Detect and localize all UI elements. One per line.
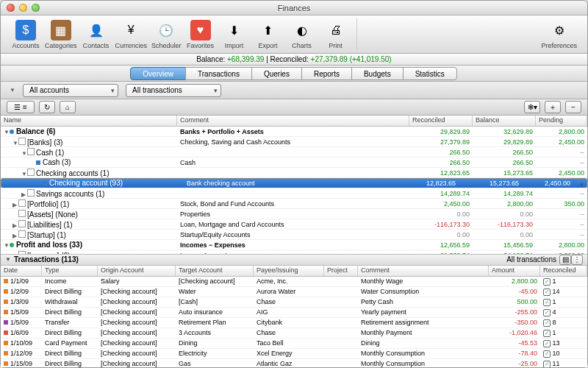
account-row[interactable]: ▼Balance (6)Banks + Portfolio + Assets29…	[1, 127, 587, 137]
tab-queries[interactable]: Queries	[251, 67, 302, 80]
account-comment: Cash	[177, 159, 409, 166]
tcol-date[interactable]: Date	[1, 266, 42, 276]
disclosure-icon[interactable]: ▼	[4, 129, 10, 135]
account-comment: Incomes − Expenses	[177, 241, 409, 249]
view-mode-toggle[interactable]: ☰ ≡	[7, 101, 35, 113]
account-row[interactable]: Cash (3)Cash266.50266.50--	[1, 158, 587, 168]
transaction-filter-select[interactable]: All transactions	[126, 84, 221, 97]
toolbar-print[interactable]: 🖨Print	[320, 18, 352, 51]
disclosure-icon[interactable]: ▼	[21, 171, 27, 177]
reconciled-checkbox[interactable]: ✓	[543, 361, 551, 367]
tcol-reconciled[interactable]: Reconciled	[540, 266, 587, 276]
reconciled-checkbox[interactable]: ✓	[543, 319, 551, 327]
tcol-comment[interactable]: Comment	[358, 266, 489, 276]
reconciled-checkbox[interactable]: ✓	[543, 289, 551, 296]
disclosure-icon[interactable]: ▼	[4, 242, 10, 249]
transaction-list[interactable]: 1/1/09IncomeSalary[Checking account]Acme…	[1, 277, 587, 367]
col-comment[interactable]: Comment	[177, 116, 409, 126]
toolbar-categories[interactable]: ▦Categories	[43, 18, 79, 51]
tcol-payee[interactable]: Payee/Issuing	[254, 266, 324, 276]
tab-overview[interactable]: Overview	[130, 67, 186, 80]
disclosure-icon[interactable]: ▶	[12, 233, 18, 239]
account-tree[interactable]: ▼Balance (6)Banks + Portfolio + Assets29…	[1, 127, 587, 254]
reconciled-checkbox[interactable]: ✓	[543, 330, 551, 337]
toolbar-scheduler[interactable]: 🕒Scheduler	[150, 18, 183, 51]
disclosure-icon[interactable]: ▼	[12, 140, 18, 146]
tab-statistics[interactable]: Statistics	[403, 67, 457, 80]
col-name[interactable]: Name	[1, 116, 177, 126]
transaction-row[interactable]: 1/1/09IncomeSalary[Checking account]Acme…	[1, 277, 587, 287]
tab-budgets[interactable]: Budgets	[351, 67, 404, 80]
transaction-row[interactable]: 1/12/09Direct Billing[Checking account]E…	[1, 349, 587, 359]
col-balance[interactable]: Balance	[473, 116, 536, 126]
reconciled-checkbox[interactable]: ✓	[543, 340, 551, 347]
tab-transactions[interactable]: Transactions	[185, 67, 252, 80]
toolbar-contacts[interactable]: 👤Contacts	[80, 18, 112, 51]
titlebar[interactable]: Finances	[1, 1, 587, 15]
toolbar-export[interactable]: ⬆Export	[252, 18, 284, 51]
folder-icon	[27, 169, 35, 176]
account-row[interactable]: ▶[Liabilities] (1)Loan, Mortgage and Car…	[1, 219, 587, 230]
account-row[interactable]: ▶[Startup] (1)Startup/Equity Accounts0.0…	[1, 230, 587, 240]
toolbar-currencies[interactable]: ¥Currencies	[114, 18, 149, 51]
transaction-row[interactable]: 1/15/09Direct Billing[Checking account]G…	[1, 359, 587, 367]
transaction-columns: Date Type Origin Account Target Account …	[1, 266, 587, 277]
toolbar-preferences[interactable]: ⚙ Preferences	[539, 18, 578, 51]
trans-view-toggle[interactable]: ▤	[559, 255, 571, 265]
account-reconciled: 12,823.65	[409, 169, 473, 177]
account-row[interactable]: ▶Savings accounts (1)14,289.7414,289.74-…	[1, 188, 587, 199]
add-button[interactable]: ＋	[545, 101, 561, 113]
chevron-down-icon[interactable]: ▼	[10, 87, 15, 93]
toolbar-favorites[interactable]: ♥Favorites	[184, 18, 217, 51]
trans-options[interactable]: ⋮	[571, 255, 583, 265]
tcol-origin[interactable]: Origin Account	[98, 266, 176, 276]
zoom-icon[interactable]	[32, 4, 40, 12]
account-row[interactable]: ▶[Portfolio] (1)Stock, Bond and Fund Acc…	[1, 199, 587, 209]
minimize-icon[interactable]	[19, 4, 27, 12]
disclosure-icon[interactable]: ▼	[21, 150, 27, 157]
tab-reports[interactable]: Reports	[301, 67, 352, 80]
refresh-button[interactable]: ↻	[39, 101, 55, 113]
transaction-row[interactable]: 1/5/09Direct Billing[Checking account]Au…	[1, 308, 587, 318]
account-row[interactable]: ▼[Banks] (3)Checking, Saving and Cash Ac…	[1, 137, 587, 147]
remove-button[interactable]: −	[565, 101, 581, 113]
transactions-header[interactable]: ▼ Transactions (113) All transactions ▤ …	[1, 254, 587, 266]
account-row[interactable]: ▼Cash (1)266.50266.50--	[1, 147, 587, 158]
currencies-icon: ¥	[121, 20, 141, 40]
transaction-row[interactable]: 1/10/09Card Payment[Checking account]Din…	[1, 339, 587, 349]
transaction-row[interactable]: 1/6/09Direct Billing[Checking account]3 …	[1, 328, 587, 339]
tcol-project[interactable]: Project	[324, 266, 358, 276]
close-icon[interactable]	[7, 4, 15, 12]
tcol-type[interactable]: Type	[42, 266, 98, 276]
toolbar-accounts[interactable]: $Accounts	[10, 18, 42, 51]
settings-button[interactable]: ✻▾	[524, 101, 540, 113]
home-button[interactable]: ⌂	[60, 101, 76, 113]
col-pending[interactable]: Pending	[536, 116, 587, 126]
account-row[interactable]: ▼Checking accounts (1)12,823.6515,273.65…	[1, 168, 587, 178]
filter-bar: ▼ All accounts All transactions	[1, 82, 587, 99]
scheduler-icon: 🕒	[156, 20, 176, 40]
transaction-row[interactable]: 1/5/09Transfer[Checking account]Retireme…	[1, 318, 587, 328]
disclosure-icon[interactable]: ▶	[21, 191, 27, 198]
reconciled-checkbox[interactable]: ✓	[543, 299, 551, 306]
status-diff: (+41,019.50)	[350, 55, 392, 63]
reconciled-checkbox[interactable]: ✓	[543, 278, 551, 286]
account-row[interactable]: ▼Profit and loss (33)Incomes − Expenses1…	[1, 240, 587, 250]
disclosure-icon[interactable]: ▶	[12, 222, 18, 229]
account-filter-select[interactable]: All accounts	[23, 84, 118, 97]
toolbar-import[interactable]: ⬇Import	[218, 18, 251, 51]
reconciled-checkbox[interactable]: ✓	[543, 309, 551, 316]
tcol-target[interactable]: Target Account	[176, 266, 254, 276]
disclosure-icon[interactable]: ▶	[12, 202, 18, 208]
reconciled-checkbox[interactable]: ✓	[543, 350, 551, 358]
account-row[interactable]: [Assets] (None)Properties0.000.00--	[1, 209, 587, 219]
folder-icon	[18, 220, 26, 227]
account-balance: 29,829.89	[473, 138, 536, 146]
col-reconciled[interactable]: Reconciled	[409, 116, 473, 126]
tcol-amount[interactable]: Amount	[489, 266, 540, 276]
transaction-row[interactable]: 1/3/09Withdrawal[Checking account][Cash]…	[1, 297, 587, 308]
chevron-down-icon[interactable]: ▼	[5, 256, 11, 263]
toolbar-charts[interactable]: ◐Charts	[286, 18, 318, 51]
account-row[interactable]: Checking account (93)Bank checking accou…	[1, 178, 587, 188]
transaction-row[interactable]: 1/2/09Direct Billing[Checking account]Wa…	[1, 287, 587, 297]
